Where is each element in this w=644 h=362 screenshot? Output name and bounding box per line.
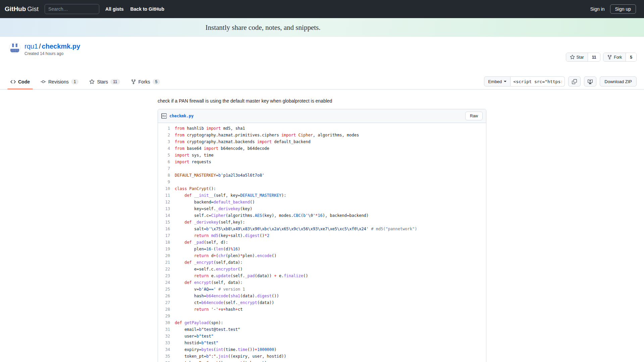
code-line: 31 email=b"test@test.test" <box>158 326 486 333</box>
line-number[interactable]: 12 <box>158 199 175 205</box>
line-number[interactable]: 26 <box>158 293 175 299</box>
line-number[interactable]: 29 <box>158 313 175 319</box>
line-number[interactable]: 36 <box>158 360 175 362</box>
code-line: 10class PanCrypt(): <box>158 185 486 192</box>
code-line: 9 <box>158 179 486 185</box>
embed-group: Embed <box>484 76 565 86</box>
line-number[interactable]: 16 <box>158 226 175 232</box>
line-number[interactable]: 20 <box>158 252 175 259</box>
line-number[interactable]: 28 <box>158 306 175 313</box>
line-number[interactable]: 6 <box>158 159 175 165</box>
tab-stars-label: Stars <box>97 79 108 84</box>
star-button[interactable]: Star <box>566 53 588 61</box>
line-number[interactable]: 7 <box>158 165 175 172</box>
line-number[interactable]: 1 <box>158 125 175 132</box>
code-line: 28 return '-'+v+hash+ct <box>158 306 486 313</box>
tab-revisions-label: Revisions <box>48 79 69 84</box>
nav-back-to-github[interactable]: Back to GitHub <box>130 6 164 12</box>
file-name-link[interactable]: checkmk.py <box>169 114 194 118</box>
line-content: from cryptography.hazmat.backends import… <box>175 138 311 145</box>
line-number[interactable]: 17 <box>158 232 175 239</box>
github-gist-logo[interactable]: GitHubGist <box>5 5 39 13</box>
line-content: from cryptography.hazmat.primitives.ciph… <box>175 132 359 138</box>
line-number[interactable]: 9 <box>158 179 175 185</box>
line-number[interactable]: 22 <box>158 266 175 273</box>
line-content: expiry=bytes(int(time.time())+1000000) <box>175 346 277 353</box>
code-line: 5import sys, time <box>158 152 486 159</box>
tab-revisions[interactable]: Revisions 1 <box>38 74 82 89</box>
line-content: e=self.c.encryptor() <box>175 266 243 273</box>
line-number[interactable]: 4 <box>158 145 175 152</box>
embed-code-input[interactable] <box>511 76 565 86</box>
stars-count-badge: 11 <box>110 79 120 84</box>
sign-up-button[interactable]: Sign up <box>610 4 636 14</box>
embed-dropdown-button[interactable]: Embed <box>484 76 511 86</box>
code-line: 1from hashlib import md5, sha1 <box>158 125 486 132</box>
line-content: hostid=b"test" <box>175 340 218 346</box>
commit-icon <box>41 79 46 84</box>
code-line: 25 v=b'AQ==' # version 1 <box>158 286 486 293</box>
line-number[interactable]: 31 <box>158 326 175 333</box>
open-in-desktop-button[interactable] <box>584 76 596 86</box>
tab-code[interactable]: Code <box>7 74 33 89</box>
raw-button[interactable]: Raw <box>465 112 483 120</box>
line-content: return e.update(self._pad(data)) + e.fin… <box>175 273 308 279</box>
line-number[interactable]: 24 <box>158 279 175 286</box>
line-number[interactable]: 19 <box>158 246 175 252</box>
tab-forks[interactable]: Forks 5 <box>128 74 163 89</box>
line-number[interactable]: 8 <box>158 172 175 179</box>
code-line: 14 self.c=Cipher(algorithms.AES(key), mo… <box>158 212 486 219</box>
line-number[interactable]: 30 <box>158 319 175 326</box>
line-number[interactable]: 25 <box>158 286 175 293</box>
line-number[interactable]: 27 <box>158 299 175 306</box>
gist-filename-link[interactable]: checkmk.py <box>42 43 80 50</box>
code-line: 15 def _derivekey(self,key): <box>158 219 486 226</box>
star-button-group: Star 11 <box>566 53 601 62</box>
line-number[interactable]: 34 <box>158 346 175 353</box>
line-number[interactable]: 14 <box>158 212 175 219</box>
code-line: 8DEFAULT_MASTERKEY=b'p1a2l3o4a5l6t7o8' <box>158 172 486 179</box>
line-number[interactable]: 2 <box>158 132 175 138</box>
line-number[interactable]: 32 <box>158 333 175 340</box>
line-number[interactable]: 10 <box>158 185 175 192</box>
line-number[interactable]: 5 <box>158 152 175 159</box>
title-separator: / <box>38 43 42 50</box>
tab-stars[interactable]: Stars 11 <box>86 74 123 89</box>
line-number[interactable]: 15 <box>158 219 175 226</box>
file-header: checkmk.py Raw <box>158 109 486 123</box>
line-number[interactable]: 33 <box>158 340 175 346</box>
fork-count[interactable]: 5 <box>626 53 636 61</box>
download-zip-button[interactable]: Download ZIP <box>600 76 637 86</box>
line-number[interactable]: 23 <box>158 273 175 279</box>
line-number[interactable]: 18 <box>158 239 175 246</box>
code-line: 16 salt=b'\x75\xb8\x49\x83\x90\xbc\x2a\x… <box>158 226 486 232</box>
gist-toolbar: Embed Download ZIP <box>484 76 637 86</box>
fork-icon <box>131 79 136 84</box>
line-content: import sys, time <box>175 152 214 159</box>
line-number[interactable]: 35 <box>158 353 175 360</box>
line-content: v=b'AQ==' # version 1 <box>175 286 245 293</box>
fork-label: Fork <box>614 55 622 60</box>
avatar[interactable] <box>9 42 20 54</box>
line-content: token_pt=b":".join((expiry, user, hostid… <box>175 353 286 360</box>
copy-embed-button[interactable] <box>568 76 581 86</box>
sign-in-link[interactable]: Sign in <box>590 6 605 12</box>
line-number[interactable]: 13 <box>158 205 175 212</box>
star-icon <box>89 79 95 84</box>
owner-link[interactable]: rqu1 <box>24 43 38 50</box>
gist-description: check if a PAN firewall is using the def… <box>158 98 486 104</box>
line-number[interactable]: 11 <box>158 192 175 199</box>
code-line: 2from cryptography.hazmat.primitives.cip… <box>158 132 486 138</box>
line-content: self.c=Cipher(algorithms.AES(key), modes… <box>175 212 369 219</box>
search-input[interactable] <box>45 4 99 14</box>
star-count[interactable]: 11 <box>588 53 600 61</box>
fork-button[interactable]: Fork <box>603 53 626 61</box>
code-line: 13 key=self._derivekey(key) <box>158 205 486 212</box>
line-number[interactable]: 21 <box>158 259 175 266</box>
line-content: backend=default_backend() <box>175 199 255 205</box>
code-square-icon <box>161 113 167 119</box>
line-content: token=PanCrypt().encrypt(token_pt) <box>175 360 267 362</box>
logo-product: Gist <box>27 5 39 12</box>
line-number[interactable]: 3 <box>158 138 175 145</box>
nav-all-gists[interactable]: All gists <box>105 6 123 12</box>
